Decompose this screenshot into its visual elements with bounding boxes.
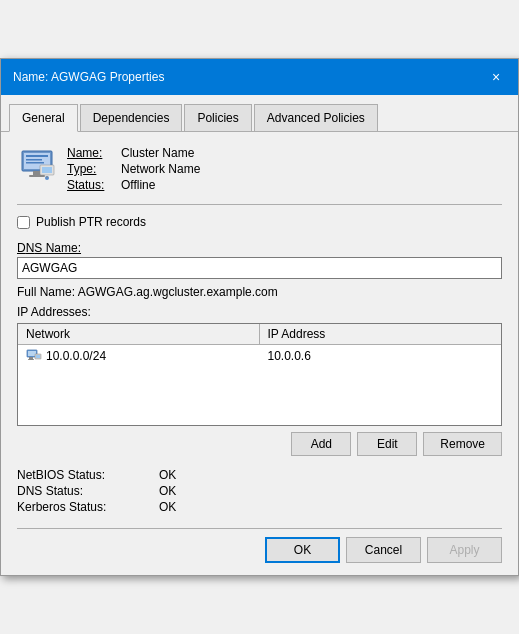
status-grid: NetBIOS Status: OK DNS Status: OK Kerber… <box>17 468 502 514</box>
ip-table-header: Network IP Address <box>18 324 501 345</box>
svg-rect-13 <box>29 357 33 359</box>
cancel-button[interactable]: Cancel <box>346 537 421 563</box>
apply-button[interactable]: Apply <box>427 537 502 563</box>
svg-rect-4 <box>26 162 44 164</box>
publish-ptr-label[interactable]: Publish PTR records <box>36 215 146 229</box>
full-name-text: Full Name: AGWGAG.ag.wgcluster.example.c… <box>17 285 502 299</box>
add-button[interactable]: Add <box>291 432 351 456</box>
svg-rect-3 <box>26 159 42 161</box>
kerberos-label: Kerberos Status: <box>17 500 157 514</box>
ip-table-body: 10.0.0.0/24 10.0.0.6 <box>18 345 501 425</box>
dns-name-input[interactable] <box>17 257 502 279</box>
content-area: Name: Cluster Name Type: Network Name St… <box>1 132 518 575</box>
svg-rect-14 <box>28 359 34 360</box>
tab-general[interactable]: General <box>9 104 78 132</box>
ok-button[interactable]: OK <box>265 537 340 563</box>
title-bar: Name: AGWGAG Properties × <box>1 59 518 95</box>
network-cell: 10.0.0.0/24 <box>18 347 260 365</box>
status-label: Status: <box>67 178 117 192</box>
remove-button[interactable]: Remove <box>423 432 502 456</box>
status-value: Offline <box>121 178 155 192</box>
dialog-window: Name: AGWGAG Properties × General Depend… <box>0 58 519 576</box>
tab-policies[interactable]: Policies <box>184 104 251 132</box>
close-button[interactable]: × <box>486 67 506 87</box>
ip-col-header: IP Address <box>260 324 502 344</box>
publish-ptr-checkbox[interactable] <box>17 216 30 229</box>
edit-button[interactable]: Edit <box>357 432 417 456</box>
bottom-buttons: OK Cancel Apply <box>17 528 502 563</box>
svg-rect-2 <box>26 155 48 157</box>
network-icon <box>26 349 42 363</box>
network-col-header: Network <box>18 324 260 344</box>
resource-info: Name: Cluster Name Type: Network Name St… <box>17 146 502 192</box>
name-label: Name: <box>67 146 117 160</box>
publish-ptr-row: Publish PTR records <box>17 215 502 229</box>
svg-rect-10 <box>47 176 48 178</box>
ip-table: Network IP Address <box>17 323 502 426</box>
svg-rect-8 <box>42 167 52 173</box>
ip-buttons: Add Edit Remove <box>17 432 502 456</box>
separator-1 <box>17 204 502 205</box>
svg-rect-16 <box>36 355 40 358</box>
type-value: Network Name <box>121 162 200 176</box>
dns-status-label: DNS Status: <box>17 484 157 498</box>
dns-status-value: OK <box>159 484 502 498</box>
netbios-value: OK <box>159 468 502 482</box>
title-bar-text: Name: AGWGAG Properties <box>13 70 164 84</box>
resource-icon <box>17 146 57 186</box>
tab-advanced-policies[interactable]: Advanced Policies <box>254 104 378 132</box>
ip-table-row[interactable]: 10.0.0.0/24 10.0.0.6 <box>18 345 501 367</box>
ip-addresses-label: IP Addresses: <box>17 305 502 319</box>
ip-cell: 10.0.0.6 <box>260 347 502 365</box>
dns-name-group: DNS Name: <box>17 241 502 279</box>
tab-dependencies[interactable]: Dependencies <box>80 104 183 132</box>
resource-details: Name: Cluster Name Type: Network Name St… <box>67 146 200 192</box>
kerberos-value: OK <box>159 500 502 514</box>
svg-rect-6 <box>29 175 45 177</box>
netbios-label: NetBIOS Status: <box>17 468 157 482</box>
name-value: Cluster Name <box>121 146 194 160</box>
tabs-container: General Dependencies Policies Advanced P… <box>1 95 518 132</box>
type-label: Type: <box>67 162 117 176</box>
dns-name-label: DNS Name: <box>17 241 502 255</box>
